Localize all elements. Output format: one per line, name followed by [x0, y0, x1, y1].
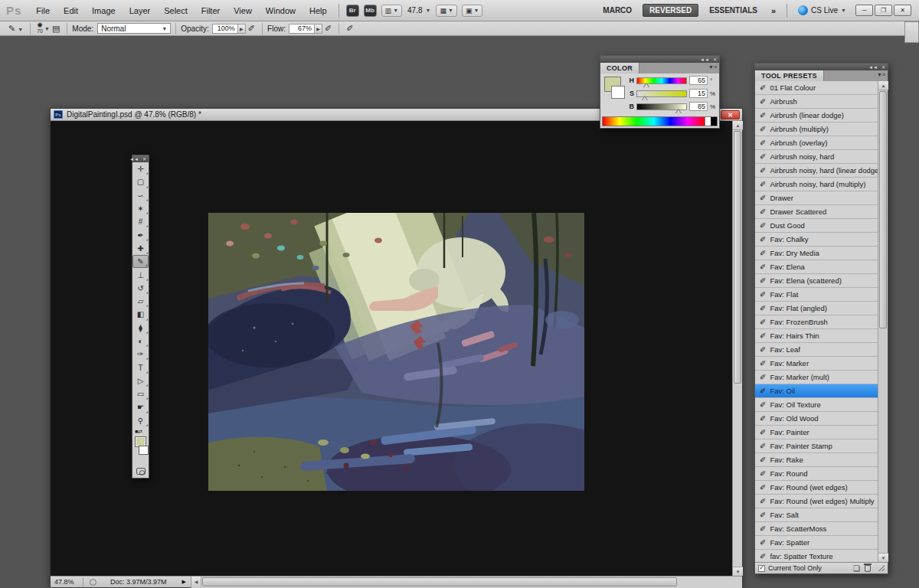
cs-live-dropdown[interactable]: CS Live ▼ [792, 5, 852, 15]
current-tool-only-checkbox[interactable]: ✓ [758, 565, 765, 572]
preset-row[interactable]: Fav: Round (wet edges) Multiply [755, 495, 888, 508]
screen-mode-button[interactable]: ▣▼ [462, 5, 482, 17]
minimize-button[interactable] [855, 5, 873, 16]
workspace-reversed[interactable]: REVERSED [643, 4, 698, 17]
menu-filter[interactable]: Filter [195, 0, 227, 21]
brush-preset-preview[interactable]: ✺70 [35, 22, 44, 34]
vertical-scroll-thumb[interactable] [734, 131, 741, 384]
preset-row[interactable]: Dust Good [755, 219, 888, 233]
saturation-slider[interactable] [636, 90, 687, 97]
dodge-tool[interactable]: ◐ [132, 335, 149, 348]
opacity-field[interactable]: 100% [212, 24, 238, 34]
zoom-level-dropdown[interactable]: 47.8▼ [404, 6, 433, 15]
preset-row[interactable]: 01 Flat Colour [755, 81, 888, 95]
preset-row[interactable]: Drawer [755, 191, 888, 205]
preset-row[interactable]: Airbrush (overlay) [755, 136, 888, 150]
preset-row[interactable]: Fav: Flat [755, 288, 888, 302]
eyedropper-tool[interactable]: ✒ [132, 228, 149, 241]
preset-row[interactable]: Fav: Round [755, 467, 888, 481]
preset-row[interactable]: Fav: Painter Stamp [755, 439, 888, 453]
hue-value-field[interactable]: 65 [689, 76, 708, 85]
close-icon[interactable]: ✕ [713, 57, 717, 62]
eraser-tool[interactable]: ▱ [132, 295, 149, 308]
collapse-panel-icon[interactable]: ◄◄ [868, 65, 878, 70]
preset-row[interactable]: Fav: Marker [755, 357, 888, 371]
preset-row[interactable]: Fav: Spatter [755, 536, 888, 550]
scroll-down-arrow[interactable]: ▼ [878, 553, 888, 562]
preset-row[interactable]: Fav: Elena (scattered) [755, 274, 888, 288]
preset-row[interactable]: Fav: ScatterMoss [755, 522, 888, 536]
saturation-value-field[interactable]: 15 [689, 89, 708, 98]
lasso-tool[interactable]: ∽ [132, 189, 149, 202]
collapse-panel-icon[interactable]: ◄◄ [129, 157, 139, 162]
ramp-white-swatch[interactable] [705, 117, 711, 126]
brightness-slider-marker[interactable] [675, 109, 682, 114]
brush-tool[interactable]: ✎ [132, 255, 149, 268]
gradient-tool[interactable]: ◧ [132, 308, 149, 321]
preset-row[interactable]: Fav: Dry Media [755, 247, 888, 260]
brightness-slider[interactable] [636, 103, 687, 110]
clone-stamp-tool[interactable]: ⊥ [132, 268, 149, 281]
new-preset-icon[interactable]: ❏ [853, 564, 860, 573]
horizontal-scroll-thumb[interactable] [202, 577, 677, 586]
menu-view[interactable]: View [227, 0, 259, 21]
preset-row[interactable]: Airbrush (multiply) [755, 122, 888, 136]
preset-row[interactable]: Fav: Rake [755, 453, 888, 467]
preset-row[interactable]: Airbrush (linear dodge) [755, 109, 888, 122]
collapse-panel-icon[interactable]: ◄◄ [700, 57, 709, 62]
resize-grip[interactable] [878, 565, 885, 571]
preset-row[interactable]: Fav: Oil Texture [755, 398, 888, 412]
workspace-marco[interactable]: MARCO [595, 6, 639, 15]
presets-scroll-thumb[interactable] [879, 91, 887, 328]
hue-slider[interactable] [636, 77, 687, 84]
swap-colors-icon[interactable]: ■⇄ [135, 429, 142, 435]
menu-help[interactable]: Help [303, 0, 334, 21]
quick-mask-button[interactable] [132, 466, 149, 478]
preset-row[interactable]: fav: Spatter Texture [755, 550, 888, 562]
launch-bridge-button[interactable]: Br [346, 5, 359, 17]
close-button[interactable] [894, 5, 911, 16]
preset-row[interactable]: Fav: Hairs Thin [755, 329, 888, 343]
marquee-tool[interactable]: ▢ [132, 175, 149, 188]
workspace-overflow-chevron[interactable]: » [765, 6, 782, 15]
spectrum-gradient[interactable] [603, 117, 705, 126]
presets-scrollbar[interactable]: ▲ ▼ [878, 81, 888, 562]
brightness-value-field[interactable]: 85 [689, 102, 708, 111]
menu-window[interactable]: Window [259, 0, 303, 21]
arrange-documents-button[interactable]: ▦▼ [436, 5, 456, 17]
crop-tool[interactable]: # [132, 215, 149, 228]
blur-tool[interactable]: ⧫ [132, 322, 149, 335]
tab-tool-presets[interactable]: TOOL PRESETS [755, 70, 824, 81]
flow-field[interactable]: 67% [289, 24, 315, 34]
shape-tool[interactable]: ▭ [132, 387, 149, 400]
ramp-black-swatch[interactable] [711, 117, 717, 126]
saturation-slider-marker[interactable] [642, 96, 648, 101]
status-flyout-button[interactable]: ▶ [178, 579, 191, 585]
background-color-swatch[interactable] [139, 446, 149, 455]
scroll-up-arrow[interactable]: ▲ [733, 121, 743, 130]
preset-row[interactable]: Airbrush [755, 95, 888, 109]
type-tool[interactable]: T [132, 361, 149, 374]
preset-row[interactable]: Fav: Round (wet edges) [755, 481, 888, 495]
panel-menu-icon[interactable]: ▼≡ [708, 64, 717, 70]
preset-row[interactable]: Fav: Chalky [755, 233, 888, 247]
healing-brush-tool[interactable]: ✚ [132, 242, 149, 255]
hand-tool[interactable]: ☛ [132, 400, 149, 413]
tablet-size-icon[interactable]: ✐ [344, 24, 355, 34]
blend-mode-select[interactable]: Normal ▼ [97, 23, 171, 34]
menu-file[interactable]: File [29, 0, 57, 21]
scroll-down-arrow[interactable]: ▼ [733, 567, 743, 576]
preset-row[interactable]: Fav: Leaf [755, 343, 888, 357]
menu-edit[interactable]: Edit [57, 0, 85, 21]
status-zoom-field[interactable]: 47.8% [51, 578, 80, 586]
launch-mini-bridge-button[interactable]: Mb [364, 5, 377, 17]
tablet-opacity-icon[interactable]: ✐ [246, 24, 257, 34]
preset-row[interactable]: Drawer Scattered [755, 205, 888, 219]
quick-selection-tool[interactable]: ✶ [132, 202, 149, 215]
preset-row[interactable]: Fav: Salt [755, 508, 888, 522]
airbrush-button[interactable]: ✐ [322, 24, 334, 34]
menu-select[interactable]: Select [157, 0, 195, 21]
toggle-brush-panel-button[interactable]: ▤ [50, 24, 62, 34]
pen-tool[interactable]: ✑ [132, 348, 149, 361]
preset-row[interactable]: Fav: FrozenBrush [755, 315, 888, 329]
